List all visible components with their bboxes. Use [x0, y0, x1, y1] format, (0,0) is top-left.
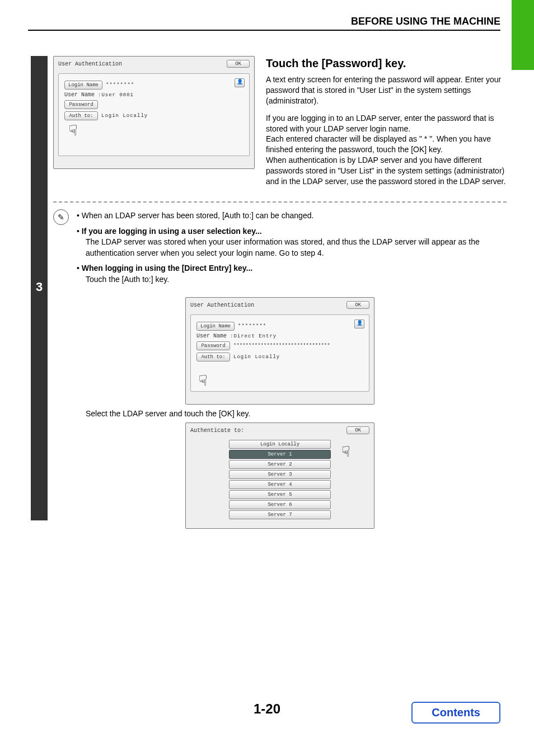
auth-to-value: Login Locally: [233, 354, 280, 360]
dialog1-title: User Authentication: [58, 61, 122, 67]
bullet1-body: The LDAP server was stored when your use…: [86, 237, 507, 259]
server-list: ☟ Login LocallyServer 1Server 2Server 3S…: [190, 440, 369, 519]
dashed-separator: [53, 201, 507, 203]
server-row[interactable]: Server 3: [229, 470, 331, 479]
user-name-value: :User 0001: [98, 92, 134, 98]
server-row[interactable]: Login Locally: [229, 440, 331, 449]
server-row[interactable]: Server 4: [229, 480, 331, 489]
password-button[interactable]: Password: [196, 341, 230, 350]
user-name-value: :Direct Entry: [230, 334, 277, 339]
password-button[interactable]: Password: [64, 100, 98, 109]
user-auth-dialog-1: User Authentication OK 👤 Login Name ****…: [53, 56, 255, 169]
auth-to-button[interactable]: Auth to:: [196, 353, 230, 361]
user-icon[interactable]: 👤: [235, 78, 245, 87]
step-heading: Touch the [Password] key.: [266, 56, 507, 71]
user-name-label: User Name: [196, 333, 227, 339]
user-auth-dialog-2: User Authentication OK 👤 Login Name ****…: [185, 297, 374, 405]
server-row[interactable]: Server 6: [229, 500, 331, 509]
server-row[interactable]: Server 1: [229, 450, 331, 459]
server-row[interactable]: Server 5: [229, 490, 331, 499]
authenticate-to-dialog: Authenticate to: OK ☟ Login LocallyServe…: [185, 422, 374, 529]
user-icon[interactable]: 👤: [354, 320, 364, 328]
auth-to-button[interactable]: Auth to:: [64, 111, 98, 120]
step-number: 3: [31, 280, 48, 294]
note-text: • When an LDAP server has been stored, […: [77, 210, 507, 222]
step-sidebar: 3: [31, 56, 48, 520]
password-value: ********************************: [233, 343, 330, 349]
dialog3-ok-button[interactable]: OK: [346, 426, 369, 434]
dialog3-title: Authenticate to:: [190, 428, 244, 434]
bullet2-title: When logging in using the [Direct Entry]…: [82, 264, 252, 273]
dialog2-ok-button[interactable]: OK: [346, 301, 369, 309]
user-name-label: User Name: [64, 92, 95, 98]
bullet2-body: Touch the [Auth to:] key.: [86, 274, 507, 285]
contents-button[interactable]: Contents: [411, 702, 500, 724]
login-name-button[interactable]: Login Name: [196, 322, 235, 331]
hand-cursor-icon: ☟: [69, 122, 78, 140]
login-name-button[interactable]: Login Name: [64, 81, 102, 90]
side-green-tab: [512, 0, 534, 70]
bullet1-title: If you are logging in using a user selec…: [82, 227, 262, 236]
hand-cursor-icon: ☟: [341, 443, 350, 461]
para-2: If you are logging in to an LDAP server,…: [266, 113, 507, 187]
dialog2-title: User Authentication: [190, 302, 254, 308]
login-name-value: ********: [106, 82, 134, 88]
page-header: BEFORE USING THE MACHINE: [28, 16, 500, 31]
login-name-value: ********: [238, 323, 266, 329]
auth-to-value: Login Locally: [101, 113, 148, 119]
para-1: A text entry screen for entering the pas…: [266, 74, 507, 106]
dialog1-ok-button[interactable]: OK: [227, 60, 250, 68]
server-row[interactable]: Server 7: [229, 510, 331, 519]
select-ldap-text: Select the LDAP server and touch the [OK…: [86, 409, 507, 418]
hand-cursor-icon: ☟: [199, 372, 208, 390]
pencil-icon: ✎: [53, 209, 69, 225]
server-row[interactable]: Server 2: [229, 460, 331, 469]
